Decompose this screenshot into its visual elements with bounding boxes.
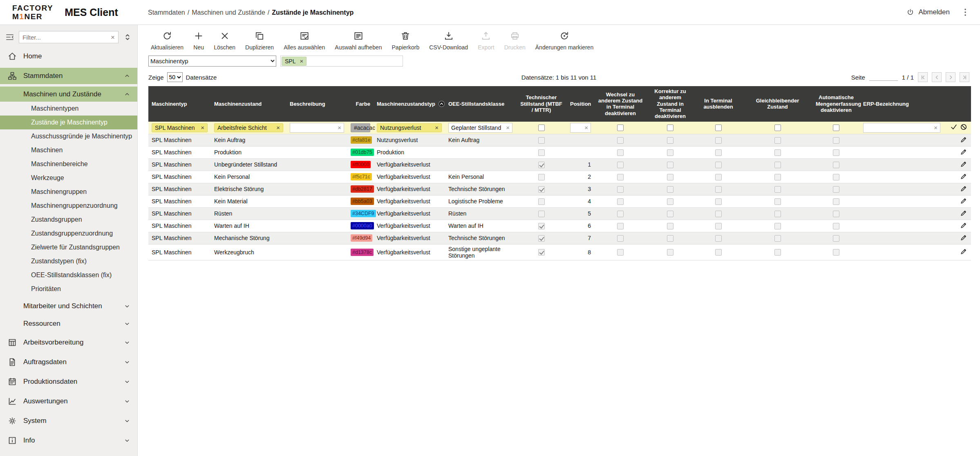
- sidebar-item-ausschussgr-nde-je-maschinentyp[interactable]: Ausschussgründe je Maschinentyp: [0, 129, 137, 143]
- toolbar-csv-download-button[interactable]: CSV-Download: [424, 31, 473, 51]
- toolbar-auswahl-aufheben-button[interactable]: Auswahl aufheben: [330, 31, 387, 51]
- gleich-checkbox[interactable]: [774, 125, 781, 131]
- wechsel-checkbox[interactable]: [617, 125, 624, 131]
- column-header-menge[interactable]: Automatische Mengenerfassung deaktiviere…: [812, 86, 860, 122]
- sort-ascending-icon[interactable]: [438, 100, 445, 108]
- column-header-zustand[interactable]: Maschinenzustand: [211, 86, 286, 122]
- sidebar-item-maschinenbereiche[interactable]: Maschinenbereiche: [0, 157, 137, 171]
- column-header-beschreibung[interactable]: Beschreibung: [286, 86, 347, 122]
- edit-row-icon[interactable]: [960, 136, 968, 144]
- clear-input-icon[interactable]: ×: [934, 125, 937, 131]
- sidebar-item-zustandsgruppen[interactable]: Zustandsgruppen: [0, 213, 137, 227]
- beschreibung-input[interactable]: ×: [290, 123, 344, 133]
- column-header-techn[interactable]: Technischer Stillstand (MTBF / MTTR): [516, 86, 567, 122]
- table-row[interactable]: SPL MaschinenKein Material#bb5a03Verfügb…: [148, 195, 971, 207]
- page-input[interactable]: [869, 73, 898, 81]
- filter-column-select[interactable]: Maschinentyp: [148, 56, 276, 67]
- edit-row-icon[interactable]: [960, 209, 968, 217]
- edit-row-icon[interactable]: [960, 160, 968, 168]
- sidebar-filter-input[interactable]: [22, 34, 111, 41]
- position-input[interactable]: ×: [570, 123, 591, 133]
- edit-row-icon[interactable]: [960, 172, 968, 180]
- logout-button[interactable]: Abmelden: [906, 8, 950, 17]
- sidebar-item-ressourcen[interactable]: Ressourcen: [0, 316, 137, 331]
- interminal-checkbox[interactable]: [715, 125, 722, 131]
- column-header-gleich[interactable]: Gleichbleibender Zustand: [743, 86, 812, 122]
- remove-tag-icon[interactable]: ×: [276, 125, 280, 131]
- table-row[interactable]: SPL MaschinenWerkzeugbruch#d1378cVerfügb…: [148, 244, 971, 260]
- table-row[interactable]: SPL MaschinenProduktion#01db75Produktion: [148, 146, 971, 158]
- maschinentyp-tag[interactable]: SPL Maschinen×: [152, 123, 208, 132]
- remove-tag-icon[interactable]: ×: [435, 125, 439, 131]
- table-row[interactable]: SPL MaschinenKein Personal#f5c71cVerfügb…: [148, 171, 971, 183]
- sidebar-item-maschinengruppen[interactable]: Maschinengruppen: [0, 185, 137, 199]
- remove-filter-tag-icon[interactable]: ×: [300, 58, 303, 64]
- toolbar-nderungen-markieren-button[interactable]: Änderungen markieren: [530, 31, 598, 51]
- sidebar-item-maschinentypen[interactable]: Maschinentypen: [0, 102, 137, 116]
- sidebar-item-maschinengruppenzuordnung[interactable]: Maschinengruppenzuordnung: [0, 199, 137, 213]
- sidebar-item-zust-nde-je-maschinentyp[interactable]: Zustände je Maschinentyp: [0, 116, 137, 129]
- sidebar-item-home[interactable]: Home: [0, 48, 137, 65]
- column-header-interminal[interactable]: In Terminal ausblenden: [694, 86, 743, 122]
- sidebar-item-zustandstypen-fix[interactable]: Zustandstypen (fix): [0, 254, 137, 268]
- collapse-sidebar-icon[interactable]: [5, 32, 15, 42]
- sidebar-item-system[interactable]: System: [0, 413, 137, 429]
- techn-checkbox[interactable]: [538, 125, 545, 131]
- edit-row-icon[interactable]: [960, 221, 968, 229]
- first-page-button[interactable]: [918, 72, 928, 82]
- next-page-button[interactable]: [946, 72, 955, 82]
- toolbar-alles-ausw-hlen-button[interactable]: Alles auswählen: [279, 31, 330, 51]
- clear-filter-icon[interactable]: ×: [111, 34, 115, 41]
- sidebar-item-zustandsgruppenzuordnung[interactable]: Zustandsgruppenzuordnung: [0, 227, 137, 240]
- column-header-korrektur[interactable]: Korrektur zu anderem Zustand in Terminal…: [647, 86, 694, 122]
- clear-input-icon[interactable]: ×: [338, 125, 341, 131]
- page-size-select[interactable]: 50: [167, 72, 183, 82]
- edit-row-icon[interactable]: [960, 247, 968, 256]
- sidebar-item-zielwerte-f-r-zustandsgruppen[interactable]: Zielwerte für Zustandsgruppen: [0, 240, 137, 254]
- menge-checkbox[interactable]: [833, 125, 839, 131]
- column-header-typ[interactable]: Maschinenzustandstyp: [374, 86, 445, 122]
- edit-row-icon[interactable]: [960, 234, 968, 242]
- sidebar-item-auftragsdaten[interactable]: Auftragsdaten: [0, 354, 137, 370]
- edit-row-icon[interactable]: [960, 185, 968, 193]
- sidebar-item-werkzeuge[interactable]: Werkzeuge: [0, 171, 137, 185]
- edit-row-icon[interactable]: [960, 197, 968, 205]
- toolbar-papierkorb-button[interactable]: Papierkorb: [387, 31, 425, 51]
- sidebar-item-stammdaten[interactable]: Stammdaten: [0, 68, 137, 84]
- table-row[interactable]: SPL MaschinenKein Auftrag#cfa81eNutzungs…: [148, 134, 971, 146]
- sidebar-item-mitarbeiter-und-schichten[interactable]: Mitarbeiter und Schichten: [0, 298, 137, 314]
- sidebar-item-maschinen[interactable]: Maschinen: [0, 143, 137, 157]
- remove-tag-icon[interactable]: ×: [201, 125, 204, 131]
- edit-row-icon[interactable]: [960, 148, 968, 156]
- korrektur-checkbox[interactable]: [667, 125, 673, 131]
- zustand-tag[interactable]: Arbeitsfreie Schicht×: [214, 123, 283, 132]
- table-row[interactable]: SPL MaschinenUnbegründeter Stillstand#ff…: [148, 158, 971, 171]
- clear-input-icon[interactable]: ×: [506, 125, 510, 131]
- sidebar-item-priorit-ten[interactable]: Prioritäten: [0, 282, 137, 296]
- more-menu-icon[interactable]: [960, 7, 970, 17]
- sidebar-item-produktionsdaten[interactable]: Produktionsdaten: [0, 374, 137, 390]
- toolbar-l-schen-button[interactable]: Löschen: [209, 31, 240, 51]
- toolbar-neu-button[interactable]: Neu: [188, 31, 209, 51]
- table-row[interactable]: SPL MaschinenMechanische Störung#f49d94V…: [148, 232, 971, 244]
- farbe-tag[interactable]: #acacac×: [351, 123, 370, 132]
- confirm-icon[interactable]: [950, 123, 958, 131]
- typ-tag[interactable]: Nutzungsverlust×: [377, 123, 442, 132]
- sidebar-item-oee-stillstandsklassen-fix[interactable]: OEE-Stillstandsklassen (fix): [0, 268, 137, 282]
- cancel-icon[interactable]: [960, 123, 968, 131]
- column-header-maschinentyp[interactable]: Maschinentyp: [148, 86, 211, 122]
- sidebar-item-info[interactable]: Info: [0, 432, 137, 449]
- column-header-position[interactable]: Position: [567, 86, 594, 122]
- column-header-oee[interactable]: OEE-Stillstandsklasse: [445, 86, 516, 122]
- column-header-actions[interactable]: [944, 86, 971, 122]
- column-header-farbe[interactable]: Farbe: [347, 86, 374, 122]
- clear-input-icon[interactable]: ×: [584, 125, 588, 131]
- table-row[interactable]: SPL MaschinenElektrische Störung#db2817V…: [148, 183, 971, 195]
- sidebar-item-maschinen-und-zust-nde[interactable]: Maschinen und Zustände: [0, 87, 137, 102]
- previous-page-button[interactable]: [932, 72, 942, 82]
- last-page-button[interactable]: [960, 72, 969, 82]
- oee-input[interactable]: Geplanter Stillstand×: [448, 123, 512, 133]
- breadcrumb-item[interactable]: Maschinen und Zustände: [192, 9, 265, 16]
- column-header-wechsel[interactable]: Wechsel zu anderem Zustand in Terminal d…: [594, 86, 647, 122]
- toolbar-duplizieren-button[interactable]: Duplizieren: [240, 31, 279, 51]
